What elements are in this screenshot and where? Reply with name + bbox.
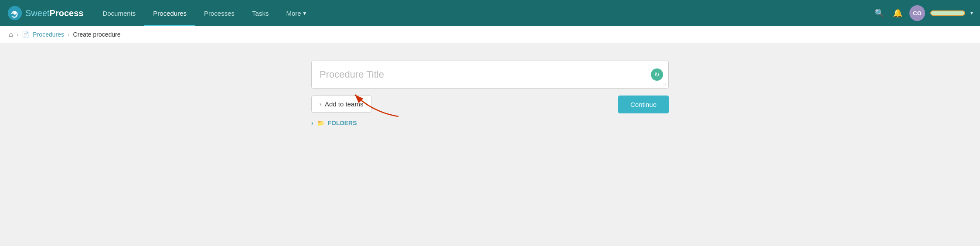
nav-tasks[interactable]: Tasks	[243, 0, 277, 26]
folders-link[interactable]: › 📁 FOLDERS	[311, 120, 371, 126]
search-button[interactable]: 🔍	[873, 7, 886, 20]
chevron-right-folders-icon: ›	[311, 120, 313, 126]
svg-point-1	[13, 11, 16, 14]
nav-processes[interactable]: Processes	[195, 0, 243, 26]
chevron-right-icon: ›	[320, 101, 321, 107]
continue-button[interactable]: Continue	[618, 96, 669, 113]
left-actions: › Add to teams › 📁 FOLDERS	[311, 96, 371, 126]
actions-row: › Add to teams › 📁 FOLDERS Continue	[311, 96, 669, 126]
procedure-title-input[interactable]	[312, 61, 668, 88]
form-container: ↻ ⠿ › Add to teams	[311, 61, 669, 228]
breadcrumb-current: Create procedure	[73, 31, 121, 38]
ai-refresh-icon[interactable]: ↻	[651, 68, 663, 81]
navbar-right: 🔍 🔔 CO ▾	[873, 5, 973, 21]
breadcrumb-sep-1: ›	[17, 31, 19, 38]
folder-icon: 📁	[317, 120, 324, 126]
breadcrumb-home[interactable]: ⌂	[9, 31, 13, 38]
avatar[interactable]: CO	[909, 5, 925, 21]
nav-procedures[interactable]: Procedures	[144, 0, 195, 26]
breadcrumb-procedures-icon: 📄	[22, 31, 29, 38]
nav-documents[interactable]: Documents	[94, 0, 144, 26]
breadcrumb-procedures-link[interactable]: Procedures	[33, 31, 64, 38]
nav-items: Documents Procedures Processes Tasks Mor…	[94, 0, 873, 26]
notifications-button[interactable]: 🔔	[891, 7, 904, 20]
breadcrumb: ⌂ › 📄 Procedures › Create procedure	[0, 26, 980, 43]
title-input-wrapper: ↻ ⠿	[311, 61, 669, 89]
resize-handle[interactable]: ⠿	[663, 83, 667, 87]
main-content: ↻ ⠿ › Add to teams	[0, 43, 980, 246]
chevron-down-icon: ▾	[303, 9, 306, 17]
brand-name: SweetProcess	[25, 8, 83, 18]
account-dropdown-arrow[interactable]: ▾	[970, 10, 973, 16]
brand-logo-link[interactable]: SweetProcess	[7, 5, 83, 21]
account-name-pill[interactable]	[930, 10, 965, 16]
add-to-teams-button[interactable]: › Add to teams	[311, 96, 371, 113]
nav-more[interactable]: More ▾	[277, 0, 315, 26]
breadcrumb-sep-2: ›	[68, 31, 70, 38]
navbar: SweetProcess Documents Procedures Proces…	[0, 0, 980, 26]
